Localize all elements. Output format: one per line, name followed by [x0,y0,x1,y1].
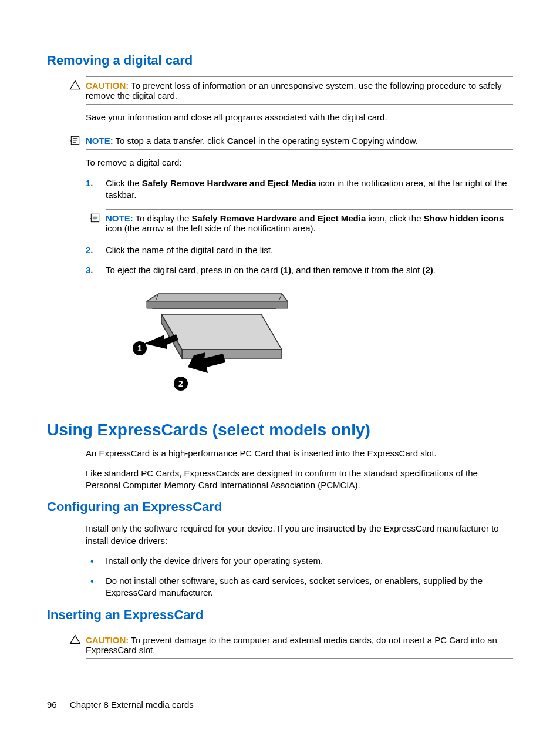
note-text-pre: To display the [136,213,192,223]
step-number: 3. [86,264,93,276]
svg-marker-9 [144,334,178,349]
page-number: 96 [47,700,57,710]
note-icon [89,212,101,224]
note-block-nested: NOTE: To display the Safely Remove Hardw… [106,209,513,237]
note-label: NOTE: [86,136,113,146]
list-item: 1. Click the Safely Remove Hardware and … [86,177,513,201]
caution-block: CAUTION: To prevent damage to the comput… [86,631,513,659]
paragraph: An ExpressCard is a high-performance PC … [86,448,513,459]
list-item: Install only the device drivers for your… [86,555,513,567]
card-eject-illustration: 1 2 [106,285,513,404]
step-text-pre: To eject the digital card, press in on t… [106,265,281,275]
caution-label: CAUTION: [86,80,129,90]
heading-removing-digital-card: Removing a digital card [47,53,513,68]
ordered-list: 1. Click the Safely Remove Hardware and … [86,177,513,201]
caution-text: To prevent loss of information or an unr… [86,80,501,100]
callout-1: 1 [137,344,142,353]
caution-block: CAUTION: To prevent loss of information … [86,76,513,105]
paragraph: Like standard PC Cards, ExpressCards are… [86,468,513,492]
paragraph: Save your information and close all prog… [86,112,513,123]
ordered-list: 2. Click the name of the digital card in… [86,244,513,277]
step-text-bold: Safely Remove Hardware and Eject Media [142,178,316,188]
note-label: NOTE: [106,213,133,223]
heading-configuring-expresscard: Configuring an ExpressCard [47,499,513,515]
svg-marker-8 [147,301,288,308]
note-block: NOTE: To stop a data transfer, click Can… [86,132,513,150]
chapter-label: Chapter 8 External media cards [70,700,194,710]
step-number: 2. [86,244,93,256]
svg-marker-5 [161,314,282,350]
step-text-mid: , and then remove it from the slot [291,265,422,275]
list-item: Do not install other software, such as c… [86,575,513,599]
note-icon [69,135,81,146]
step-bold1: (1) [281,265,291,275]
note-text-mid: icon, click the [366,213,423,223]
heading-inserting-expresscard: Inserting an ExpressCard [47,607,513,623]
note-text-post: icon (the arrow at the left side of the … [106,223,316,233]
note-text-post: in the operating system Copying window. [256,136,418,146]
note-text-bold: Safely Remove Hardware and Eject Media [191,213,366,223]
unordered-list: Install only the device drivers for your… [86,555,513,599]
page-footer: 96 Chapter 8 External media cards [47,700,194,710]
list-item: 2. Click the name of the digital card in… [86,244,513,256]
callout-2: 2 [178,379,183,388]
step-text-post: . [433,265,436,275]
step-bold2: (2) [422,265,433,275]
note-text-pre: To stop a data transfer, click [116,136,227,146]
step-number: 1. [86,177,93,189]
heading-using-expresscards: Using ExpressCards (select models only) [47,421,513,439]
note-text-bold: Cancel [227,136,256,146]
caution-label: CAUTION: [86,635,129,645]
caution-triangle-icon [69,79,81,91]
paragraph: Install only the software required for y… [86,523,513,547]
caution-triangle-icon [69,634,81,646]
list-item: 3. To eject the digital card, press in o… [86,264,513,276]
note-text-bold2: Show hidden icons [424,213,504,223]
step-text-pre: Click the [106,178,142,188]
caution-text: To prevent damage to the computer and ex… [86,635,497,655]
paragraph: To remove a digital card: [86,157,513,169]
step-text: Click the name of the digital card in th… [106,245,273,255]
